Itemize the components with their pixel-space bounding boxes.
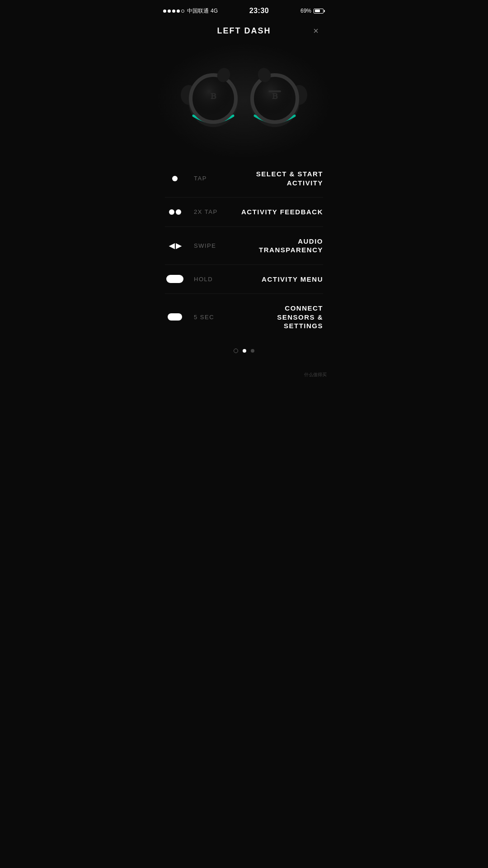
carrier-name: 中国联通 xyxy=(187,7,209,15)
swipe-label: SWIPE xyxy=(194,242,216,249)
double-tap-icon xyxy=(165,209,185,215)
svg-text:ᴮ: ᴮ xyxy=(211,92,217,106)
arrow-right-icon: ▶ xyxy=(176,241,181,250)
left-earbud-svg: ᴮ xyxy=(176,62,239,135)
tap-action: SELECT & START ACTIVITY xyxy=(237,170,323,187)
signal-dot-3 xyxy=(172,9,175,13)
page-header: LEFT DASH × xyxy=(156,20,332,42)
hold-label: HOLD xyxy=(194,276,213,283)
hold-action: ACTIVITY MENU xyxy=(262,275,323,284)
double-dot-2-icon xyxy=(176,209,181,215)
page-indicators xyxy=(156,340,332,358)
svg-text:ᴮ: ᴮ xyxy=(272,92,278,106)
control-left-5sec: 5 SEC xyxy=(165,313,237,321)
close-button[interactable]: × xyxy=(309,24,323,38)
swipe-action: AUDIO TRANSPARENCY xyxy=(237,237,323,255)
network-type: 4G xyxy=(211,8,218,14)
hold-icon xyxy=(165,275,185,283)
control-row-hold: HOLD ACTIVITY MENU xyxy=(165,265,323,294)
control-left-hold: HOLD xyxy=(165,275,237,283)
control-left-swipe: ◀ ▶ SWIPE xyxy=(165,241,237,250)
signal-dot-4 xyxy=(177,9,180,13)
5sec-icon xyxy=(165,313,185,321)
control-row-tap: TAP SELECT & START ACTIVITY xyxy=(165,160,323,198)
right-earbud: ᴮ xyxy=(249,62,312,135)
status-bar: 中国联通 4G 23:30 69% xyxy=(156,0,332,20)
battery-body xyxy=(314,9,324,14)
earbuds-display: ᴮ xyxy=(156,42,332,160)
arrow-left-icon: ◀ xyxy=(169,241,174,250)
swipe-icon: ◀ ▶ xyxy=(165,241,185,250)
signal-dot-5 xyxy=(181,9,184,13)
pill-icon xyxy=(166,275,183,283)
signal-dots xyxy=(163,9,184,13)
battery-percentage: 69% xyxy=(300,8,311,14)
page-indicator-3[interactable] xyxy=(251,349,254,353)
5sec-label: 5 SEC xyxy=(194,314,214,321)
control-row-2xtap: 2X TAP ACTIVITY FEEDBACK xyxy=(165,198,323,227)
battery-tip xyxy=(324,10,325,12)
control-row-5sec: 5 SEC CONNECTSENSORS & SETTINGS xyxy=(165,294,323,340)
double-dot-1-icon xyxy=(169,209,174,215)
2xtap-label: 2X TAP xyxy=(194,208,218,215)
tap-icon xyxy=(165,176,185,181)
single-dot-icon xyxy=(172,176,178,181)
status-time: 23:30 xyxy=(249,7,269,15)
tap-label: TAP xyxy=(194,175,207,182)
controls-list: TAP SELECT & START ACTIVITY 2X TAP ACTIV… xyxy=(156,160,332,340)
signal-dot-2 xyxy=(168,9,171,13)
right-earbud-svg: ᴮ xyxy=(249,62,312,135)
battery-icon xyxy=(314,9,325,14)
page-indicator-1[interactable] xyxy=(234,349,238,353)
control-row-swipe: ◀ ▶ SWIPE AUDIO TRANSPARENCY xyxy=(165,227,323,265)
pill-sm-icon xyxy=(168,313,182,321)
2xtap-action: ACTIVITY FEEDBACK xyxy=(241,208,323,217)
control-left-tap: TAP xyxy=(165,175,237,182)
page-title: LEFT DASH xyxy=(217,26,271,36)
5sec-action: CONNECTSENSORS & SETTINGS xyxy=(237,304,323,330)
page-indicator-2[interactable] xyxy=(243,349,246,353)
left-earbud: ᴮ xyxy=(176,62,239,135)
battery-fill xyxy=(315,9,320,12)
control-left-2xtap: 2X TAP xyxy=(165,208,237,215)
status-left: 中国联通 4G xyxy=(163,7,218,15)
watermark: 什么值得买 xyxy=(304,372,327,378)
signal-dot-1 xyxy=(163,9,166,13)
status-right: 69% xyxy=(300,8,325,14)
